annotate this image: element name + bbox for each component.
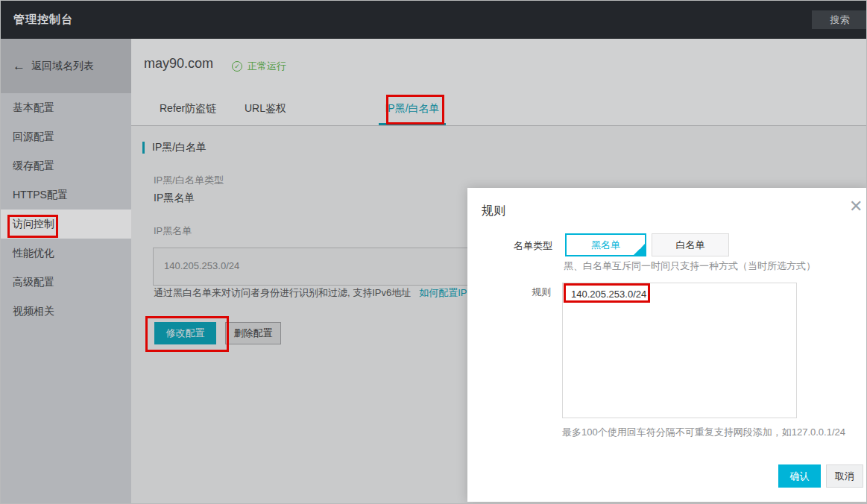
status-badge: ✓ 正常运行 xyxy=(232,60,286,73)
status-label: 正常运行 xyxy=(248,60,286,73)
section-title: IP黑/白名单 xyxy=(152,141,206,154)
sidebar-item-performance[interactable]: 性能优化 xyxy=(1,239,131,268)
tab-refer-hotlink[interactable]: Refer防盗链 xyxy=(160,102,216,125)
status-check-icon: ✓ xyxy=(232,61,242,72)
rules-modal: 规则 ✕ 名单类型 黑名单 ✓ 白名单 黑、白名单互斥同一时间只支持一种方式（当… xyxy=(467,188,867,502)
blacklist-toggle-label: 黑名单 xyxy=(591,239,620,251)
modal-title: 规则 xyxy=(482,204,505,219)
sidebar-menu: 基本配置 回源配置 缓存配置 HTTPS配置 访问控制 性能优化 高级配置 视频… xyxy=(1,93,131,504)
console-screen: 管理控制台 搜索 ← 返回域名列表 基本配置 回源配置 缓存配置 HTTPS配置… xyxy=(0,0,867,504)
list-type-helper: 黑、白名单互斥同一时间只支持一种方式（当时所选方式） xyxy=(564,259,816,273)
search-button[interactable]: 搜索 xyxy=(812,10,867,29)
blacklist-value-text: 140.205.253.0/24 xyxy=(164,260,239,271)
rules-helper-text: 最多100个使用回车符分隔不可重复支持网段添加，如127.0.0.1/24 xyxy=(562,426,845,439)
sidebar-item-cache-config[interactable]: 缓存配置 xyxy=(1,151,131,180)
blacklist-toggle-button[interactable]: 黑名单 ✓ xyxy=(565,233,646,256)
close-icon[interactable]: ✕ xyxy=(849,197,863,216)
back-arrow-icon: ← xyxy=(13,61,25,72)
sidebar-item-origin-config[interactable]: 回源配置 xyxy=(1,122,131,151)
page-header: may90.com ✓ 正常运行 Refer防盗链 URL鉴权 IP黑/白名单 xyxy=(131,39,867,126)
annotation-box-rules-value xyxy=(564,283,650,303)
domain-title: may90.com xyxy=(144,56,213,72)
blacklist-helper: 通过黑白名单来对访问者身份进行识别和过滤, 支持IPv6地址 如何配置IP黑/白… xyxy=(154,286,508,300)
annotation-box-modify-button xyxy=(145,316,229,352)
sidebar-item-video-related[interactable]: 视频相关 xyxy=(1,297,131,326)
sidebar-header: ← 返回域名列表 xyxy=(1,39,131,93)
list-type-value: IP黑名单 xyxy=(154,192,195,205)
confirm-button[interactable]: 确认 xyxy=(778,464,821,488)
back-to-domain-list-link[interactable]: ← 返回域名列表 xyxy=(13,60,94,73)
top-bar: 管理控制台 搜索 xyxy=(1,1,867,39)
sidebar-item-advanced-config[interactable]: 高级配置 xyxy=(1,268,131,297)
blacklist-field-label: IP黑名单 xyxy=(154,224,192,238)
sidebar-item-basic-config[interactable]: 基本配置 xyxy=(1,93,131,122)
annotation-box-access-control xyxy=(7,215,58,238)
rules-textarea[interactable]: 140.205.253.0/24 xyxy=(562,283,797,418)
rules-field-label: 规则 xyxy=(532,286,551,299)
back-link-label: 返回域名列表 xyxy=(31,60,94,73)
list-type-modal-label: 名单类型 xyxy=(514,239,552,253)
whitelist-toggle-button[interactable]: 白名单 xyxy=(652,233,729,256)
annotation-box-ip-tab xyxy=(386,95,444,125)
helper-text: 通过黑白名单来对访问者身份进行识别和过滤, 支持IPv6地址 xyxy=(154,287,411,298)
list-type-label: IP黑/白名单类型 xyxy=(154,174,224,187)
cancel-button[interactable]: 取消 xyxy=(826,464,863,488)
console-title: 管理控制台 xyxy=(13,13,73,27)
selected-check-icon: ✓ xyxy=(638,237,644,257)
sidebar-item-https-config[interactable]: HTTPS配置 xyxy=(1,180,131,210)
delete-config-button[interactable]: 删除配置 xyxy=(225,322,281,344)
section-accent-bar xyxy=(142,142,145,154)
tab-url-auth[interactable]: URL鉴权 xyxy=(245,102,286,125)
